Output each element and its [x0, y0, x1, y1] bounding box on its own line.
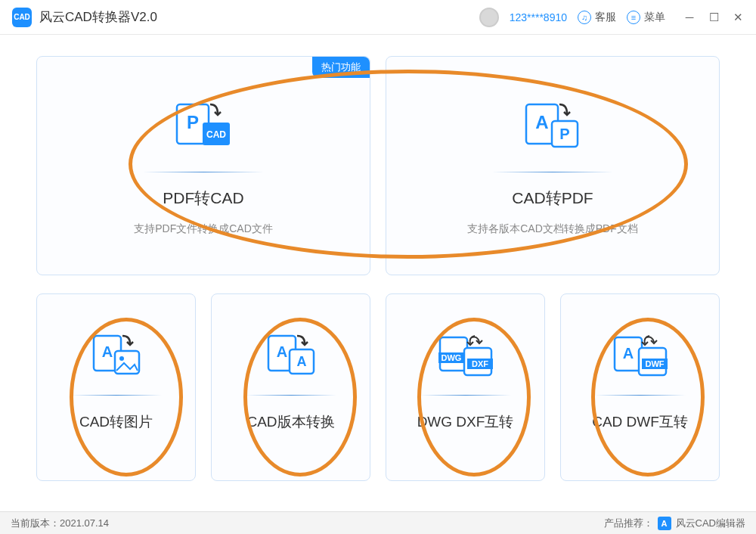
pdf-to-cad-icon: PCAD [171, 96, 236, 157]
card-desc: 支持各版本CAD文档转换成PDF文档 [467, 222, 638, 236]
cad-to-image-icon: A [89, 330, 144, 383]
svg-text:P: P [559, 126, 569, 142]
svg-text:A: A [276, 343, 287, 360]
version-value: 2021.07.14 [60, 517, 109, 529]
dwg-dxf-icon: DWGDXF [435, 330, 496, 383]
app-title: 风云CAD转换器V2.0 [39, 8, 157, 26]
menu-label: 菜单 [644, 11, 665, 24]
app-logo-icon: CAD [12, 8, 32, 27]
card-dwg-dxf[interactable]: DWGDXF DWG DXF互转 [386, 293, 545, 481]
svg-text:CAD: CAD [206, 129, 226, 140]
close-button[interactable]: ✕ [732, 11, 744, 23]
customer-service-button[interactable]: ♫ 客服 [578, 11, 616, 24]
statusbar: 当前版本： 2021.07.14 产品推荐： A 风云CAD编辑器 [0, 511, 756, 534]
card-cad-version[interactable]: AA CAD版本转换 [211, 293, 370, 481]
svg-rect-10 [115, 351, 139, 374]
kefu-label: 客服 [595, 11, 616, 24]
svg-point-11 [119, 356, 124, 361]
svg-text:DWG: DWG [441, 353, 461, 362]
card-cad-to-image[interactable]: A CAD转图片 [36, 293, 196, 481]
recommend-label: 产品推荐： [604, 517, 653, 530]
card-pdf-to-cad[interactable]: 热门功能 PCAD PDF转CAD 支持PDF文件转换成CAD文件 [36, 56, 370, 275]
svg-text:P: P [187, 112, 199, 132]
titlebar: CAD 风云CAD转换器V2.0 123****8910 ♫ 客服 ≡ 菜单 ─… [0, 0, 756, 35]
card-title: CAD转图片 [79, 412, 153, 432]
recommend-logo-icon: A [658, 517, 671, 530]
card-cad-dwf[interactable]: ADWF CAD DWF互转 [560, 293, 720, 481]
cad-to-pdf-icon: AP [520, 96, 585, 157]
card-title: CAD转PDF [512, 188, 593, 209]
divider [143, 172, 264, 172]
svg-text:A: A [101, 343, 112, 360]
card-desc: 支持PDF文件转换成CAD文件 [134, 222, 273, 236]
divider [71, 395, 162, 396]
svg-text:DXF: DXF [472, 359, 488, 368]
maximize-button[interactable]: ☐ [708, 11, 720, 23]
svg-text:A: A [622, 345, 633, 362]
svg-text:DWF: DWF [645, 359, 664, 368]
headset-icon: ♫ [578, 11, 591, 24]
card-cad-to-pdf[interactable]: AP CAD转PDF 支持各版本CAD文档转换成PDF文档 [386, 56, 720, 275]
divider [492, 172, 613, 172]
svg-text:A: A [296, 354, 306, 369]
divider [246, 395, 336, 396]
card-title: DWG DXF互转 [417, 412, 514, 432]
recommend-app[interactable]: 风云CAD编辑器 [676, 517, 745, 530]
card-title: PDF转CAD [163, 188, 243, 209]
card-title: CAD DWF互转 [592, 412, 688, 432]
card-title: CAD版本转换 [246, 412, 334, 432]
divider [595, 395, 686, 396]
main-content: 热门功能 PCAD PDF转CAD 支持PDF文件转换成CAD文件 AP CAD… [0, 35, 756, 481]
divider [420, 395, 511, 396]
svg-text:A: A [535, 112, 548, 132]
minimize-button[interactable]: ─ [683, 11, 696, 23]
cad-dwf-icon: ADWF [610, 330, 671, 383]
menu-icon: ≡ [627, 11, 640, 24]
menu-button[interactable]: ≡ 菜单 [627, 11, 665, 24]
cad-version-icon: AA [264, 330, 318, 383]
user-avatar-icon[interactable] [479, 8, 499, 27]
hot-badge: 热门功能 [312, 57, 370, 78]
version-label: 当前版本： [11, 517, 60, 530]
user-id[interactable]: 123****8910 [510, 11, 567, 23]
